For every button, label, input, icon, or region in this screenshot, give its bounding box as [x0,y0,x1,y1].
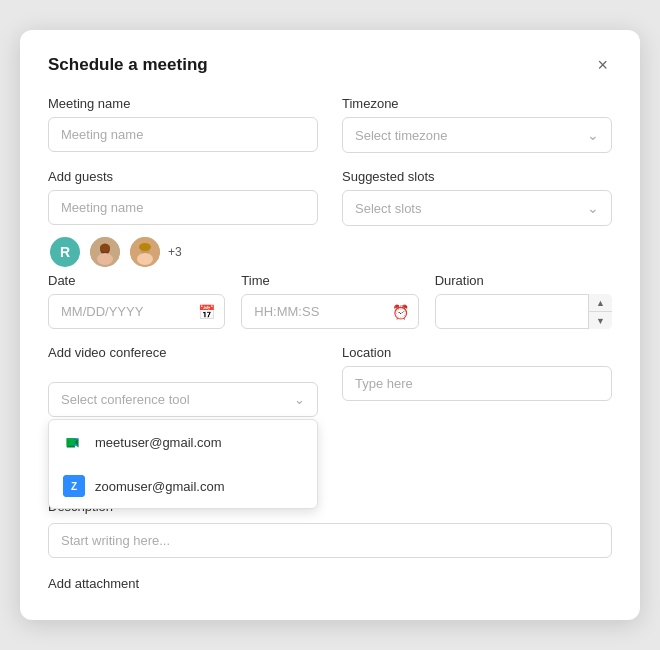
time-group: Time ⏰ [241,273,418,329]
timezone-label: Timezone [342,96,612,111]
add-attachment-label: Add attachment [48,576,139,591]
svg-point-3 [100,244,110,252]
date-group: Date 📅 [48,273,225,329]
duration-group: Duration ▲ ▼ [435,273,612,329]
time-label: Time [241,273,418,288]
avatar-2-icon [90,237,120,267]
location-input[interactable] [342,366,612,401]
duration-input[interactable] [435,294,612,329]
meeting-name-label: Meeting name [48,96,318,111]
date-input-wrap: 📅 [48,294,225,329]
location-label: Location [342,345,612,360]
date-time-duration-row: Date 📅 Time ⏰ Duration ▲ ▼ [48,273,612,329]
add-guests-input[interactable] [48,190,318,225]
avatar-r: R [48,235,82,269]
modal-header: Schedule a meeting × [48,54,612,76]
suggested-slots-label: Suggested slots [342,169,612,184]
description-input[interactable] [48,523,612,558]
timezone-select[interactable]: Select timezone ⌄ [342,117,612,153]
duration-input-wrap: ▲ ▼ [435,294,612,329]
dropdown-item-zoom[interactable]: Z zoomuser@gmail.com [49,464,317,508]
timezone-placeholder: Select timezone [355,128,448,143]
video-conf-placeholder: Select conference tool [61,392,190,407]
video-conf-label: Add video conferece [48,345,318,360]
time-input[interactable] [241,294,418,329]
timezone-chevron-icon: ⌄ [587,127,599,143]
avatar-extra-count: +3 [168,245,182,259]
timezone-group: Timezone Select timezone ⌄ [342,96,612,153]
meeting-name-input[interactable] [48,117,318,152]
duration-label: Duration [435,273,612,288]
schedule-meeting-modal: Schedule a meeting × Meeting name Timezo… [20,30,640,620]
add-guests-label: Add guests [48,169,318,184]
duration-up-button[interactable]: ▲ [589,294,612,312]
time-input-wrap: ⏰ [241,294,418,329]
add-attachment-section: Add attachment [48,574,612,592]
suggested-slots-group: Suggested slots Select slots ⌄ [342,169,612,269]
modal-title: Schedule a meeting [48,55,208,75]
video-conf-dropdown-section: Select conference tool ⌄ [48,382,318,417]
date-input[interactable] [48,294,225,329]
svg-point-2 [97,253,113,265]
suggested-slots-placeholder: Select slots [355,201,421,216]
meeting-name-group: Meeting name [48,96,318,153]
avatar-3 [128,235,162,269]
svg-point-7 [139,243,151,251]
video-conf-select[interactable]: Select conference tool ⌄ [48,382,318,417]
avatars-row: R [48,235,318,269]
location-group: Location [342,345,612,417]
date-label: Date [48,273,225,288]
zoom-email: zoomuser@gmail.com [95,479,225,494]
svg-text:Z: Z [71,481,77,492]
google-meet-icon [63,431,85,453]
add-guests-group: Add guests R [48,169,318,269]
zoom-icon: Z [63,475,85,497]
dropdown-item-meet[interactable]: meetuser@gmail.com [49,420,317,464]
avatar-2 [88,235,122,269]
close-button[interactable]: × [593,54,612,76]
video-conf-dropdown-menu: meetuser@gmail.com Z zoomuser@gmail.com [48,419,318,509]
video-conf-group: Add video conferece Select conference to… [48,345,318,417]
avatar-3-icon [130,237,160,267]
svg-point-6 [137,253,153,265]
video-conf-chevron-icon: ⌄ [294,392,305,407]
duration-spinners: ▲ ▼ [588,294,612,329]
video-location-row: Add video conferece Select conference to… [48,345,612,417]
duration-down-button[interactable]: ▼ [589,312,612,329]
meet-email: meetuser@gmail.com [95,435,222,450]
suggested-slots-select[interactable]: Select slots ⌄ [342,190,612,226]
suggested-slots-chevron-icon: ⌄ [587,200,599,216]
